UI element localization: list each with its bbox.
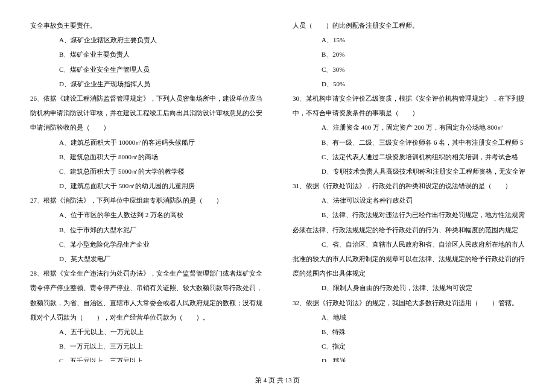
- option-d: D、移送: [293, 353, 525, 362]
- option-d: D、建筑总面积大于 500㎡的幼儿园的儿童用房: [30, 179, 262, 193]
- option-a: A、煤矿企业辖区政府主要负责人: [30, 33, 262, 47]
- option-c: C、某小型危险化学品生产企业: [30, 237, 262, 251]
- text-line: 度的范围内作出具体规定: [293, 266, 525, 280]
- question-27: 27、根据《消防法》，下列单位中应组建专职消防队的是（ ）: [30, 193, 262, 207]
- option-c: C、30%: [293, 62, 525, 77]
- text-line: 人员（ ）的比例配备注册安全工程师。: [293, 18, 525, 33]
- option-a: A、注册资金 400 万，固定资产 200 万，有固定办公场地 800㎡: [293, 120, 525, 134]
- option-b: B、一万元以上、三万元以上: [30, 339, 262, 353]
- text-line: 责令停产停业整顿、责令停产停业、吊销有关证照、较大数额罚款等行政处罚，其中所称较…: [30, 280, 262, 295]
- option-a: A、15%: [293, 33, 525, 47]
- option-c: C、建筑总面积大于 5000㎡的大学的教学楼: [30, 164, 262, 179]
- question-26: 26、依据《建设工程消防监督管理规定》，下列人员密集场所中，建设单位应当向公安机…: [30, 91, 262, 106]
- text-line: 防机构申请消防设计审核，并在建设工程竣工后向出具消防设计审核意见的公安机关消防机…: [30, 106, 262, 120]
- page-footer: 第 4 页 共 13 页: [0, 373, 555, 387]
- question-31: 31、依据《行政处罚法》，行政处罚的种类和设定的说法错误的是（ ）: [293, 179, 525, 193]
- option-a: A、地域: [293, 310, 525, 324]
- option-d: D、50%: [293, 77, 525, 91]
- option-b: B、建筑总面积大于 8000㎡的商场: [30, 150, 262, 164]
- option-c: C、煤矿企业安全生产管理人员: [30, 62, 262, 77]
- text-line: 申请消防验收的是（ ）: [30, 120, 262, 134]
- text-line: 必须在法律、行政法规规定的给予行政处罚的行为、种类和幅度的范围内规定: [293, 223, 525, 237]
- left-column: 安全事故负主要责任。 A、煤矿企业辖区政府主要负责人 B、煤矿企业主要负责人 C…: [30, 18, 262, 362]
- text-line: 数额罚款，为省、自治区、直辖市人大常委会或者人民政府规定的数额；没有规定数额的，…: [30, 296, 262, 310]
- option-b: B、有一级、二级、三级安全评价师各 6 名，其中有注册安全工程师 5 名: [293, 135, 525, 150]
- option-b: B、特殊: [293, 324, 525, 339]
- question-28: 28、根据《安全生产违法行为处罚办法》，安全生产监督管理部门或者煤矿安全监察机构…: [30, 266, 262, 280]
- two-column-layout: 安全事故负主要责任。 A、煤矿企业辖区政府主要负责人 B、煤矿企业主要负责人 C…: [30, 18, 525, 362]
- option-c: C、省、自治区、直辖市人民政府和省、自治区人民政府所在地的市人民政府以及经国务院: [293, 237, 525, 251]
- option-b: B、煤矿企业主要负责人: [30, 47, 262, 62]
- option-c: C、法定代表人通过二级资质培训机构组织的相关培训，并考试合格: [293, 150, 525, 164]
- text-line: 批准的较大的市人民政府制定的规章可以在法律、法规规定的给予行政处罚的行为、种类和…: [293, 251, 525, 266]
- option-a: A、建筑总面积大于 10000㎡的客运码头候船厅: [30, 135, 262, 150]
- option-d: D、限制人身自由的行政处罚，法律、法规均可设定: [293, 280, 525, 295]
- text-line: 额对个人罚款为（ ），对生产经营单位罚款为（ ）。: [30, 310, 262, 324]
- option-a: A、位于市区的学生人数达到 2 万名的高校: [30, 207, 262, 222]
- option-c: C、指定: [293, 339, 525, 353]
- right-column: 人员（ ）的比例配备注册安全工程师。 A、15% B、20% C、30% D、5…: [293, 18, 525, 362]
- option-b: B、位于市郊的大型水泥厂: [30, 223, 262, 237]
- option-c: C、五千元以上、三万元以上: [30, 353, 262, 362]
- option-d: D、专职技术负责人具高级技术职称和注册安全工程师资格，无安全评价师资格: [293, 164, 525, 179]
- option-a: A、五千元以上、一万元以上: [30, 324, 262, 339]
- option-b: B、20%: [293, 47, 525, 62]
- question-30: 30、某机构申请安全评价乙级资质，根据《安全评价机构管理规定》，在下列提供的申请…: [293, 91, 525, 106]
- question-32: 32、依据《行政处罚法》的规定，我国绝大多数行政处罚适用（ ）管辖。: [293, 296, 525, 310]
- option-d: D、煤矿企业生产现场指挥人员: [30, 77, 262, 91]
- option-b: B、法律、行政法规对违法行为已经作出行政处罚规定，地方性法规需要作出具体规定的，: [293, 207, 525, 222]
- option-d: D、某大型发电厂: [30, 251, 262, 266]
- option-a: A、法律可以设定各种行政处罚: [293, 193, 525, 207]
- text-line: 安全事故负主要责任。: [30, 18, 262, 33]
- text-line: 中，不符合申请资质条件的事项是（ ）: [293, 106, 525, 120]
